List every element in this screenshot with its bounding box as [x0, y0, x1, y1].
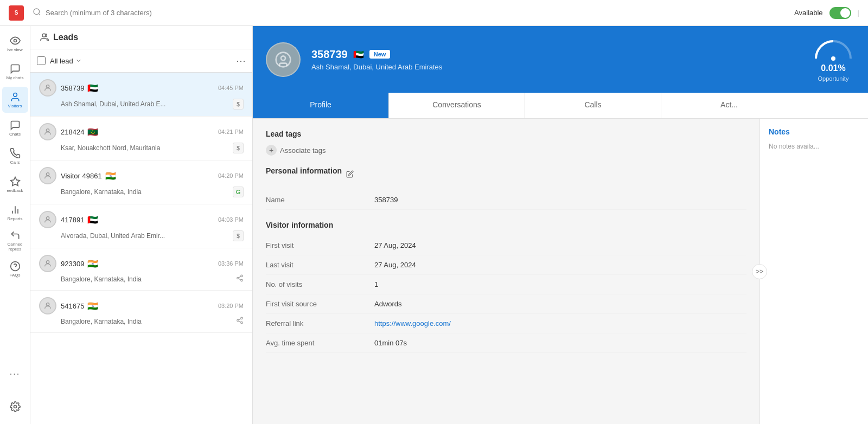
sidebar-item-calls[interactable]: Calls [2, 143, 28, 169]
lead-flag: 🇮🇳 [87, 301, 98, 311]
search-bar[interactable] [33, 8, 786, 18]
profile-flag: 🇦🇪 [353, 49, 364, 60]
svg-point-22 [46, 303, 49, 306]
lead-location: Bangalore, Karnataka, India [61, 188, 142, 196]
profile-tabs: Profile Conversations Calls Act... [253, 93, 868, 119]
profile-avatar [266, 42, 301, 77]
visitor-info-section: Visitor information First visit 27 Aug, … [266, 221, 746, 353]
main-layout: ive view My chats Visitors Chats Calls e… [0, 26, 868, 424]
sidebar-item-more[interactable]: ··· [2, 361, 28, 387]
opportunity-gauge: 0.01% Opportunity [812, 37, 855, 82]
lead-item[interactable]: 358739 🇦🇪 04:45 PM Ash Shamal, Dubai, Un… [30, 73, 252, 117]
sidebar-item-settings[interactable] [2, 394, 28, 420]
all-lead-filter[interactable]: All lead [50, 57, 82, 65]
leads-select-all[interactable] [37, 56, 46, 65]
notes-empty-message: No notes availa... [769, 143, 859, 150]
associate-tags-button[interactable]: + Associate tags [266, 145, 746, 156]
opportunity-label: Opportunity [818, 75, 849, 82]
visitor-field-label: Avg. time spent [266, 339, 374, 347]
lead-tags-title: Lead tags [266, 130, 746, 138]
tab-profile[interactable]: Profile [253, 93, 388, 118]
lead-avatar [39, 297, 56, 314]
lead-time: 04:21 PM [218, 129, 244, 135]
lead-item-top: 218424 🇲🇷 04:21 PM [39, 123, 244, 140]
lead-location: Alvorada, Dubai, United Arab Emir... [61, 232, 165, 240]
lead-item[interactable]: 923309 🇮🇳 03:36 PM Bangalore, Karnataka,… [30, 248, 252, 291]
visitor-field-value: 1 [374, 280, 378, 288]
svg-line-21 [239, 277, 241, 278]
sidebar-item-my-chats[interactable]: My chats [2, 59, 28, 85]
svg-point-24 [237, 319, 239, 322]
visitor-field-value: Adwords [374, 300, 402, 308]
svg-point-25 [241, 322, 243, 324]
profile-location: Ash Shamal, Dubai, United Arab Emirates [311, 63, 801, 71]
lead-name: 358739 [61, 84, 84, 92]
profile-name: 358739 [311, 48, 348, 61]
lead-badge-dollar: $ [233, 99, 244, 110]
visitor-field-label: No. of visits [266, 280, 374, 288]
topbar-divider: | [858, 9, 859, 17]
lead-item[interactable]: 417891 🇦🇪 04:03 PM Alvorada, Dubai, Unit… [30, 204, 252, 248]
lead-time: 03:36 PM [218, 260, 244, 267]
lead-flag: 🇮🇳 [87, 259, 98, 269]
sidebar-item-feedback[interactable]: eedback [2, 171, 28, 197]
lead-flag: 🇮🇳 [105, 171, 116, 181]
svg-point-14 [46, 173, 49, 176]
visitor-info-title: Visitor information [266, 221, 746, 229]
lead-item[interactable]: Visitor 49861 🇮🇳 04:20 PM Bangalore, Kar… [30, 160, 252, 204]
visitor-info-row: Last visit 27 Aug, 2024 [266, 255, 746, 275]
sidebar: ive view My chats Visitors Chats Calls e… [0, 26, 30, 424]
lead-avatar [39, 79, 56, 97]
share-icon [236, 317, 244, 326]
lead-avatar [39, 255, 56, 272]
profile-new-badge: New [369, 50, 391, 59]
lead-flag: 🇦🇪 [87, 215, 98, 225]
visitor-field-value: 27 Aug, 2024 [374, 261, 416, 269]
leads-filter-bar: All lead ⋯ [30, 49, 252, 73]
lead-name: Visitor 49861 [61, 172, 102, 180]
opportunity-value: 0.01% [821, 63, 845, 73]
edit-icon[interactable] [346, 170, 354, 178]
lead-name: 218424 [61, 128, 84, 136]
sidebar-item-canned-replies[interactable]: Canned replies [2, 228, 28, 254]
svg-point-11 [42, 34, 46, 37]
visitor-info-table: First visit 27 Aug, 2024 Last visit 27 A… [266, 236, 746, 353]
tab-activity[interactable]: Act... [661, 93, 797, 118]
lead-badge-g: G [233, 187, 244, 197]
collapse-panel-button[interactable]: >> [752, 264, 767, 279]
svg-marker-4 [10, 177, 20, 185]
available-toggle[interactable] [829, 7, 851, 19]
tab-calls[interactable]: Calls [525, 93, 661, 118]
chevron-down-icon [75, 57, 82, 64]
visitor-info-row: No. of visits 1 [266, 275, 746, 294]
lead-item[interactable]: 541675 🇮🇳 03:20 PM Bangalore, Karnataka,… [30, 291, 252, 333]
sidebar-item-chats[interactable]: Chats [2, 115, 28, 141]
lead-item-top: 541675 🇮🇳 03:20 PM [39, 297, 244, 314]
lead-tags-section: Lead tags + Associate tags [266, 130, 746, 156]
personal-info-table: Name 358739 [266, 190, 746, 210]
visitor-info-row: Referral link https://www.google.com/ [266, 314, 746, 333]
sidebar-item-visitors[interactable]: Visitors [2, 87, 28, 113]
visitor-info-row: Avg. time spent 01min 07s [266, 333, 746, 353]
referral-link[interactable]: https://www.google.com/ [374, 319, 451, 327]
sidebar-item-reports[interactable]: Reports [2, 200, 28, 226]
lead-time: 04:03 PM [218, 216, 244, 223]
svg-point-18 [237, 277, 239, 279]
leads-list: 358739 🇦🇪 04:45 PM Ash Shamal, Dubai, Un… [30, 73, 252, 424]
visitor-info-row: First visit source Adwords [266, 294, 746, 314]
lead-item-top: 417891 🇦🇪 04:03 PM [39, 211, 244, 228]
lead-avatar [39, 167, 56, 184]
sidebar-item-faqs[interactable]: FAQs [2, 256, 28, 282]
lead-item[interactable]: 218424 🇲🇷 04:21 PM Ksar, Nouakchott Nord… [30, 117, 252, 160]
sidebar-item-live-view[interactable]: ive view [2, 30, 28, 56]
search-input[interactable] [46, 9, 208, 17]
tab-conversations[interactable]: Conversations [389, 93, 525, 118]
lead-location: Bangalore, Karnataka, India [61, 275, 142, 283]
svg-point-30 [831, 56, 835, 61]
lead-item-top: 358739 🇦🇪 04:45 PM [39, 79, 244, 97]
leads-options-button[interactable]: ⋯ [236, 55, 246, 67]
lead-avatar [39, 123, 56, 140]
lead-time: 04:20 PM [218, 172, 244, 179]
lead-badge-dollar: $ [233, 230, 244, 241]
share-icon [236, 274, 244, 284]
